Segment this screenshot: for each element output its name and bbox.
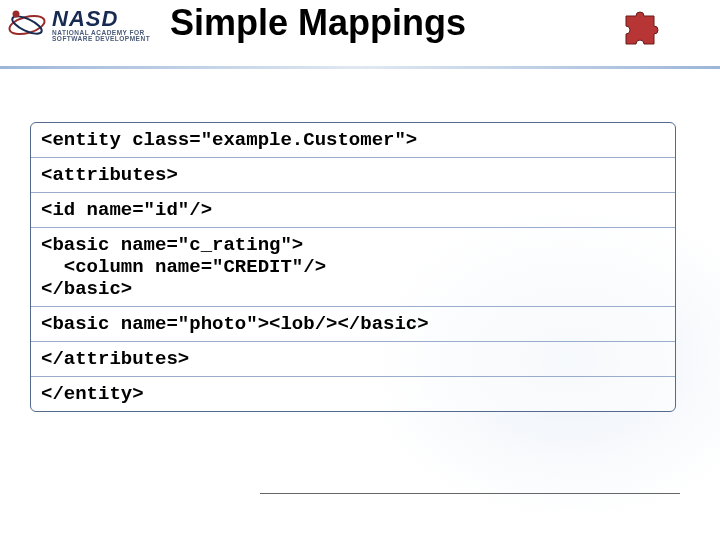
code-line: <id name="id"/> [31,193,675,228]
puzzle-piece-icon [620,6,662,48]
slide-title: Simple Mappings [170,2,466,44]
logo-mark-icon [6,4,48,46]
logo-text: NASD NATIONAL ACADEMY FOR SOFTWARE DEVEL… [52,8,150,43]
code-line: </attributes> [31,342,675,377]
logo-name: NASD [52,8,150,30]
footer-divider [260,493,680,494]
code-line: <basic name="photo"><lob/></basic> [31,307,675,342]
logo-subtitle: NATIONAL ACADEMY FOR SOFTWARE DEVELOPMEN… [52,30,150,43]
slide-header: NASD NATIONAL ACADEMY FOR SOFTWARE DEVEL… [0,0,720,69]
code-line: </entity> [31,377,675,411]
code-line: <basic name="c_rating"> <column name="CR… [31,228,675,307]
code-line: <attributes> [31,158,675,193]
svg-point-2 [13,11,20,18]
code-line: <entity class="example.Customer"> [31,123,675,158]
code-block: <entity class="example.Customer"> <attri… [30,122,676,412]
logo: NASD NATIONAL ACADEMY FOR SOFTWARE DEVEL… [6,4,150,46]
